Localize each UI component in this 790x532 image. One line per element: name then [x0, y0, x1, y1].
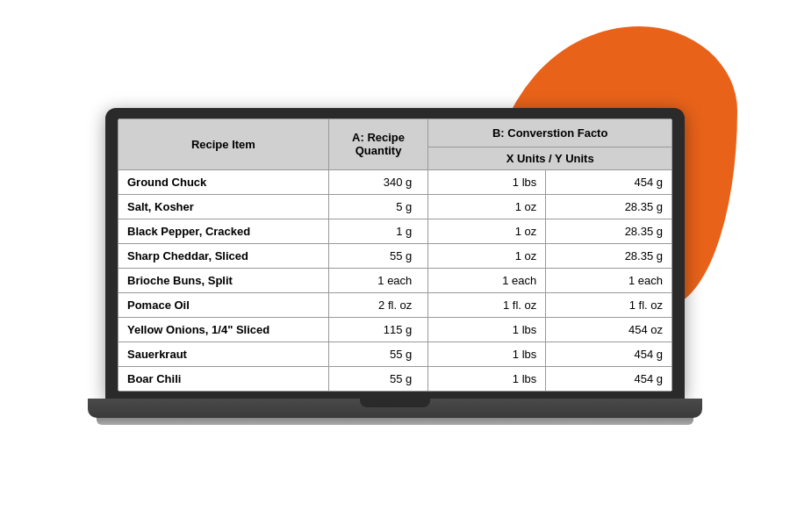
cell-y-qty: 454 g [546, 366, 672, 391]
y-units-label: Y Units [555, 152, 594, 165]
col-quantity-header: A: Recipe Quantity [328, 119, 428, 169]
cell-y-qty: 454 g [546, 341, 672, 366]
cell-x-qty: 1 lbs [428, 169, 546, 194]
col-x-units-header: X Units / Y Units [428, 147, 672, 169]
cell-y-qty: 454 oz [546, 317, 672, 341]
cell-item-name: Ground Chuck [118, 169, 329, 194]
cell-x-qty: 1 oz [428, 243, 546, 268]
table-body: Ground Chuck340 g1 lbs454 gSalt, Kosher5… [118, 169, 672, 391]
table-row: Boar Chili55 g1 lbs454 g [118, 366, 672, 391]
screen-content: Recipe Item A: Recipe Quantity B: Conver… [118, 119, 672, 392]
table-row: Black Pepper, Cracked1 g1 oz28.35 g [118, 219, 672, 243]
cell-item-name: Yellow Onions, 1/4" Sliced [118, 317, 329, 341]
cell-qty: 1 g [328, 219, 428, 243]
cell-item-name: Pomace Oil [118, 292, 329, 317]
table-row: Sauerkraut55 g1 lbs454 g [118, 341, 672, 366]
col-recipe-item-header: Recipe Item [118, 119, 329, 169]
x-units-label: X Units / [506, 152, 552, 165]
cell-qty: 55 g [328, 341, 428, 366]
cell-item-name: Sauerkraut [118, 341, 329, 366]
cell-qty: 55 g [328, 243, 428, 268]
cell-item-name: Boar Chili [118, 366, 329, 391]
quantity-label-line2: Quantity [356, 144, 402, 157]
table-row: Pomace Oil2 fl. oz1 fl. oz1 fl. oz [118, 292, 672, 317]
laptop-mockup: Recipe Item A: Recipe Quantity B: Conver… [88, 108, 702, 425]
cell-x-qty: 1 oz [428, 194, 546, 219]
table-row: Ground Chuck340 g1 lbs454 g [118, 169, 672, 194]
table-row: Brioche Buns, Split1 each1 each1 each [118, 268, 672, 292]
cell-y-qty: 28.35 g [546, 243, 672, 268]
quantity-label-line1: A: Recipe [352, 131, 405, 144]
cell-qty: 55 g [328, 366, 428, 391]
cell-x-qty: 1 each [428, 268, 546, 292]
cell-qty: 5 g [328, 194, 428, 219]
cell-qty: 1 each [328, 268, 428, 292]
cell-qty: 2 fl. oz [328, 292, 428, 317]
cell-x-qty: 1 oz [428, 219, 546, 243]
cell-item-name: Salt, Kosher [118, 194, 329, 219]
col-conversion-header: B: Converstion Facto [428, 119, 672, 147]
cell-y-qty: 1 fl. oz [546, 292, 672, 317]
laptop-notch [360, 399, 430, 407]
cell-qty: 340 g [328, 169, 428, 194]
laptop-screen-inner: Recipe Item A: Recipe Quantity B: Conver… [118, 119, 672, 392]
table-row: Sharp Cheddar, Sliced55 g1 oz28.35 g [118, 243, 672, 268]
cell-x-qty: 1 lbs [428, 317, 546, 341]
table-row: Salt, Kosher5 g1 oz28.35 g [118, 194, 672, 219]
table-row: Yellow Onions, 1/4" Sliced115 g1 lbs454 … [118, 317, 672, 341]
recipe-table: Recipe Item A: Recipe Quantity B: Conver… [118, 119, 672, 392]
cell-y-qty: 28.35 g [546, 194, 672, 219]
cell-item-name: Black Pepper, Cracked [118, 219, 329, 243]
cell-y-qty: 28.35 g [546, 219, 672, 243]
laptop-base [88, 399, 702, 418]
cell-x-qty: 1 lbs [428, 341, 546, 366]
cell-y-qty: 1 each [546, 268, 672, 292]
cell-x-qty: 1 lbs [428, 366, 546, 391]
cell-y-qty: 454 g [546, 169, 672, 194]
cell-item-name: Sharp Cheddar, Sliced [118, 243, 329, 268]
laptop-bottom-bar [97, 418, 693, 425]
cell-x-qty: 1 fl. oz [428, 292, 546, 317]
laptop-screen-outer: Recipe Item A: Recipe Quantity B: Conver… [105, 108, 685, 399]
cell-qty: 115 g [328, 317, 428, 341]
cell-item-name: Brioche Buns, Split [118, 268, 329, 292]
